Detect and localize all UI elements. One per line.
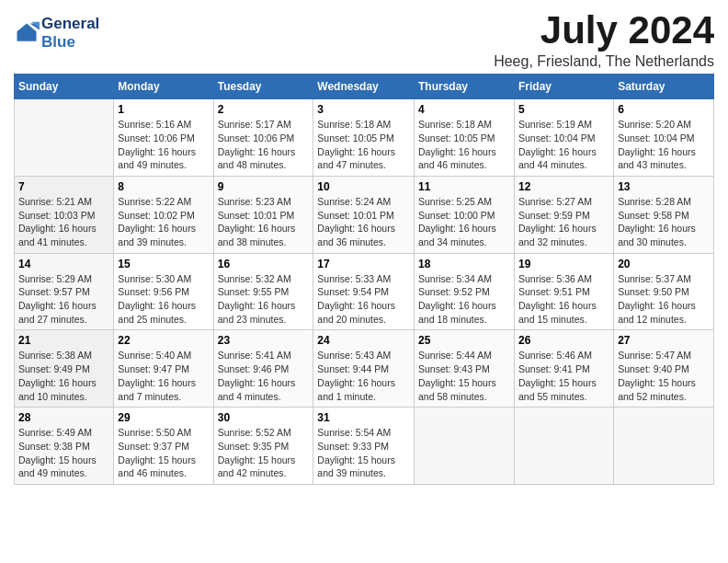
day-info: Sunrise: 5:24 AM Sunset: 10:01 PM Daylig… (317, 195, 410, 249)
calendar-cell: 31Sunrise: 5:54 AM Sunset: 9:33 PM Dayli… (313, 408, 415, 485)
day-number: 8 (118, 180, 209, 193)
day-number: 15 (118, 258, 209, 270)
day-number: 27 (618, 334, 710, 347)
calendar-cell: 10Sunrise: 5:24 AM Sunset: 10:01 PM Dayl… (313, 176, 415, 253)
day-info: Sunrise: 5:38 AM Sunset: 9:49 PM Dayligh… (18, 349, 109, 403)
day-number: 9 (218, 180, 310, 193)
calendar-cell: 22Sunrise: 5:40 AM Sunset: 9:47 PM Dayli… (114, 330, 213, 408)
calendar-cell (614, 408, 714, 485)
day-info: Sunrise: 5:18 AM Sunset: 10:05 PM Daylig… (317, 118, 410, 172)
calendar-cell: 7Sunrise: 5:21 AM Sunset: 10:03 PM Dayli… (15, 176, 114, 253)
day-number: 30 (218, 411, 310, 424)
calendar-cell: 14Sunrise: 5:29 AM Sunset: 9:57 PM Dayli… (15, 253, 114, 330)
day-info: Sunrise: 5:25 AM Sunset: 10:00 PM Daylig… (418, 195, 510, 249)
day-info: Sunrise: 5:46 AM Sunset: 9:41 PM Dayligh… (518, 349, 609, 403)
month-title: July 2024 (494, 9, 714, 52)
day-number: 11 (418, 180, 510, 193)
day-number: 22 (118, 334, 209, 347)
calendar-cell: 20Sunrise: 5:37 AM Sunset: 9:50 PM Dayli… (614, 253, 714, 330)
day-info: Sunrise: 5:22 AM Sunset: 10:02 PM Daylig… (118, 195, 209, 249)
day-info: Sunrise: 5:49 AM Sunset: 9:38 PM Dayligh… (18, 426, 109, 480)
header: General Blue July 2024 Heeg, Friesland, … (14, 9, 714, 70)
day-info: Sunrise: 5:16 AM Sunset: 10:06 PM Daylig… (118, 118, 209, 172)
calendar-cell: 2Sunrise: 5:17 AM Sunset: 10:06 PM Dayli… (213, 99, 313, 177)
logo-text: General Blue (41, 15, 99, 51)
calendar-cell: 28Sunrise: 5:49 AM Sunset: 9:38 PM Dayli… (15, 408, 114, 485)
day-number: 20 (618, 258, 710, 270)
day-info: Sunrise: 5:30 AM Sunset: 9:56 PM Dayligh… (118, 272, 209, 327)
day-number: 10 (317, 180, 410, 193)
day-number: 2 (218, 103, 310, 116)
day-number: 26 (518, 334, 609, 347)
day-number: 29 (118, 411, 209, 424)
day-number: 13 (618, 180, 710, 193)
calendar-cell: 16Sunrise: 5:32 AM Sunset: 9:55 PM Dayli… (213, 253, 313, 330)
day-number: 31 (317, 411, 410, 424)
calendar-cell: 11Sunrise: 5:25 AM Sunset: 10:00 PM Dayl… (415, 176, 515, 253)
logo: General Blue (14, 9, 99, 51)
weekday-header: Monday (114, 75, 213, 99)
day-number: 19 (518, 258, 609, 270)
day-info: Sunrise: 5:34 AM Sunset: 9:52 PM Dayligh… (418, 272, 510, 327)
day-number: 3 (317, 103, 410, 116)
day-info: Sunrise: 5:54 AM Sunset: 9:33 PM Dayligh… (317, 426, 410, 480)
day-info: Sunrise: 5:40 AM Sunset: 9:47 PM Dayligh… (118, 349, 209, 403)
day-number: 23 (218, 334, 310, 347)
calendar-table: SundayMondayTuesdayWednesdayThursdayFrid… (14, 74, 714, 485)
calendar-cell: 21Sunrise: 5:38 AM Sunset: 9:49 PM Dayli… (15, 330, 114, 408)
calendar-cell (415, 408, 515, 485)
day-number: 12 (518, 180, 609, 193)
calendar-cell: 19Sunrise: 5:36 AM Sunset: 9:51 PM Dayli… (515, 253, 614, 330)
calendar-cell (15, 99, 114, 177)
day-info: Sunrise: 5:28 AM Sunset: 9:58 PM Dayligh… (618, 195, 710, 249)
weekday-header-row: SundayMondayTuesdayWednesdayThursdayFrid… (15, 75, 714, 99)
day-info: Sunrise: 5:23 AM Sunset: 10:01 PM Daylig… (218, 195, 310, 249)
day-info: Sunrise: 5:50 AM Sunset: 9:37 PM Dayligh… (118, 426, 209, 480)
day-info: Sunrise: 5:33 AM Sunset: 9:54 PM Dayligh… (317, 272, 410, 327)
day-info: Sunrise: 5:19 AM Sunset: 10:04 PM Daylig… (518, 118, 609, 172)
title-area: July 2024 Heeg, Friesland, The Netherlan… (494, 9, 714, 70)
day-number: 17 (317, 258, 410, 270)
day-number: 25 (418, 334, 510, 347)
weekday-header: Saturday (614, 75, 714, 99)
weekday-header: Thursday (415, 75, 515, 99)
day-info: Sunrise: 5:52 AM Sunset: 9:35 PM Dayligh… (218, 426, 310, 480)
calendar-week-row: 1Sunrise: 5:16 AM Sunset: 10:06 PM Dayli… (15, 99, 714, 177)
calendar-cell: 29Sunrise: 5:50 AM Sunset: 9:37 PM Dayli… (114, 408, 213, 485)
day-info: Sunrise: 5:18 AM Sunset: 10:05 PM Daylig… (418, 118, 510, 172)
day-info: Sunrise: 5:20 AM Sunset: 10:04 PM Daylig… (618, 118, 710, 172)
day-number: 14 (18, 258, 109, 270)
calendar-cell: 15Sunrise: 5:30 AM Sunset: 9:56 PM Dayli… (114, 253, 213, 330)
day-info: Sunrise: 5:47 AM Sunset: 9:40 PM Dayligh… (618, 349, 710, 403)
day-info: Sunrise: 5:44 AM Sunset: 9:43 PM Dayligh… (418, 349, 510, 403)
day-info: Sunrise: 5:43 AM Sunset: 9:44 PM Dayligh… (317, 349, 410, 403)
day-number: 21 (18, 334, 109, 347)
calendar-cell: 1Sunrise: 5:16 AM Sunset: 10:06 PM Dayli… (114, 99, 213, 177)
weekday-header: Tuesday (213, 75, 313, 99)
day-info: Sunrise: 5:29 AM Sunset: 9:57 PM Dayligh… (18, 272, 109, 327)
calendar-cell: 26Sunrise: 5:46 AM Sunset: 9:41 PM Dayli… (515, 330, 614, 408)
day-number: 5 (518, 103, 609, 116)
calendar-cell: 17Sunrise: 5:33 AM Sunset: 9:54 PM Dayli… (313, 253, 415, 330)
calendar-cell: 18Sunrise: 5:34 AM Sunset: 9:52 PM Dayli… (415, 253, 515, 330)
calendar-cell: 12Sunrise: 5:27 AM Sunset: 9:59 PM Dayli… (515, 176, 614, 253)
calendar-cell: 4Sunrise: 5:18 AM Sunset: 10:05 PM Dayli… (415, 99, 515, 177)
day-info: Sunrise: 5:41 AM Sunset: 9:46 PM Dayligh… (218, 349, 310, 403)
calendar-week-row: 14Sunrise: 5:29 AM Sunset: 9:57 PM Dayli… (15, 253, 714, 330)
day-info: Sunrise: 5:27 AM Sunset: 9:59 PM Dayligh… (518, 195, 609, 249)
day-info: Sunrise: 5:37 AM Sunset: 9:50 PM Dayligh… (618, 272, 710, 327)
calendar-cell: 25Sunrise: 5:44 AM Sunset: 9:43 PM Dayli… (415, 330, 515, 408)
day-info: Sunrise: 5:32 AM Sunset: 9:55 PM Dayligh… (218, 272, 310, 327)
calendar-cell: 23Sunrise: 5:41 AM Sunset: 9:46 PM Dayli… (213, 330, 313, 408)
weekday-header: Wednesday (313, 75, 415, 99)
day-number: 7 (18, 180, 109, 193)
day-info: Sunrise: 5:17 AM Sunset: 10:06 PM Daylig… (218, 118, 310, 172)
calendar-cell: 24Sunrise: 5:43 AM Sunset: 9:44 PM Dayli… (313, 330, 415, 408)
day-number: 6 (618, 103, 710, 116)
day-number: 1 (118, 103, 209, 116)
calendar-cell: 30Sunrise: 5:52 AM Sunset: 9:35 PM Dayli… (213, 408, 313, 485)
day-info: Sunrise: 5:36 AM Sunset: 9:51 PM Dayligh… (518, 272, 609, 327)
logo-icon (14, 20, 40, 46)
day-number: 18 (418, 258, 510, 270)
calendar-cell: 6Sunrise: 5:20 AM Sunset: 10:04 PM Dayli… (614, 99, 714, 177)
